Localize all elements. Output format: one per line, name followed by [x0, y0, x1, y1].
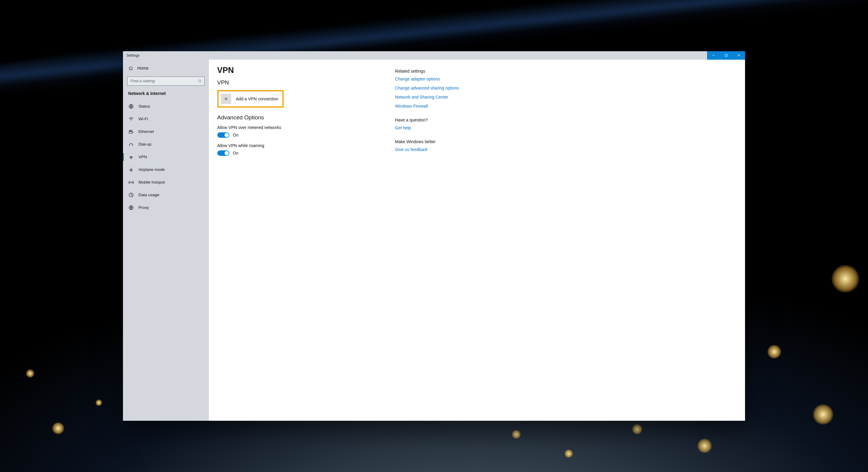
- svg-point-7: [131, 120, 131, 121]
- proxy-icon: [128, 205, 134, 210]
- sidebar-item-label: Wi-Fi: [138, 117, 148, 121]
- close-icon: [737, 54, 741, 57]
- window-body: Home Network & Internet Status Wi-Fi Eth: [123, 60, 745, 421]
- option-label: Allow VPN over metered networks: [217, 125, 374, 130]
- plus-tile: [221, 94, 231, 104]
- maximize-icon: [724, 54, 728, 57]
- feedback-title: Make Windows better: [395, 139, 467, 144]
- sidebar-item-label: Ethernet: [138, 129, 154, 134]
- main-column: VPN VPN Add a VPN connection Advanced Op…: [217, 66, 374, 418]
- ethernet-icon: [128, 129, 134, 134]
- sidebar-item-label: Mobile hotspot: [138, 180, 165, 185]
- maximize-button[interactable]: [720, 51, 733, 60]
- toggle-roaming[interactable]: On: [217, 150, 374, 156]
- vpn-icon: [128, 154, 134, 160]
- home-label: Home: [137, 66, 149, 70]
- toggle-track: [217, 150, 229, 156]
- link-network-sharing-center[interactable]: Network and Sharing Center: [395, 95, 467, 99]
- svg-line-5: [200, 82, 201, 83]
- window-title: Settings: [123, 51, 143, 60]
- sidebar-item-ethernet[interactable]: Ethernet: [123, 125, 209, 138]
- search-box[interactable]: [127, 76, 205, 86]
- link-give-feedback[interactable]: Give us feedback: [395, 147, 467, 152]
- minimize-button[interactable]: [707, 51, 720, 60]
- advanced-options-title: Advanced Options: [217, 114, 374, 121]
- link-change-adapter[interactable]: Change adapter options: [395, 76, 467, 82]
- home-button[interactable]: Home: [123, 63, 209, 73]
- aside-column: Related settings Change adapter options …: [395, 66, 467, 418]
- svg-point-4: [198, 80, 200, 82]
- plus-icon: [224, 96, 228, 101]
- toggle-knob: [224, 133, 229, 137]
- content-area: VPN VPN Add a VPN connection Advanced Op…: [209, 60, 745, 421]
- status-icon: [128, 104, 134, 109]
- sidebar-item-label: Status: [138, 104, 150, 108]
- option-roaming: Allow VPN while roaming On: [217, 143, 374, 156]
- svg-point-11: [130, 182, 131, 183]
- sidebar-item-vpn[interactable]: VPN: [123, 151, 209, 163]
- sidebar-item-dialup[interactable]: Dial-up: [123, 138, 209, 151]
- sidebar-item-label: VPN: [138, 155, 147, 159]
- sidebar-item-proxy[interactable]: Proxy: [123, 201, 209, 214]
- settings-window: Settings Home Network & Internet: [123, 51, 745, 421]
- minimize-icon: [712, 54, 715, 57]
- home-icon: [128, 66, 133, 70]
- link-advanced-sharing[interactable]: Change advanced sharing options: [395, 86, 467, 90]
- toggle-metered[interactable]: On: [217, 132, 374, 138]
- sidebar-item-hotspot[interactable]: Mobile hotspot: [123, 176, 209, 189]
- svg-rect-10: [130, 157, 132, 159]
- dialup-icon: [128, 141, 134, 147]
- sidebar-section-title: Network & Internet: [123, 89, 209, 100]
- add-vpn-highlight-frame: Add a VPN connection: [217, 90, 284, 107]
- search-icon: [198, 79, 202, 83]
- sidebar: Home Network & Internet Status Wi-Fi Eth: [123, 60, 209, 421]
- add-vpn-label: Add a VPN connection: [236, 96, 278, 101]
- hotspot-icon: [128, 180, 134, 185]
- sidebar-item-datausage[interactable]: Data usage: [123, 189, 209, 201]
- option-label: Allow VPN while roaming: [217, 143, 374, 148]
- wifi-icon: [128, 116, 134, 122]
- sidebar-item-status[interactable]: Status: [123, 100, 209, 113]
- sidebar-nav: Status Wi-Fi Ethernet Dial-up VPN: [123, 100, 209, 214]
- sidebar-item-wifi[interactable]: Wi-Fi: [123, 113, 209, 125]
- question-title: Have a question?: [395, 118, 467, 122]
- airplane-icon: [128, 167, 134, 172]
- feedback-links: Give us feedback: [395, 147, 467, 152]
- option-metered: Allow VPN over metered networks On: [217, 125, 374, 138]
- sidebar-item-label: Data usage: [138, 193, 159, 197]
- sidebar-item-airplane[interactable]: Airplane mode: [123, 163, 209, 176]
- svg-rect-1: [725, 54, 727, 56]
- sidebar-item-label: Dial-up: [138, 142, 152, 147]
- titlebar[interactable]: Settings: [123, 51, 745, 60]
- sidebar-item-label: Proxy: [138, 205, 149, 210]
- sidebar-item-label: Airplane mode: [138, 167, 165, 172]
- vpn-section-title: VPN: [217, 79, 374, 86]
- search-input[interactable]: [130, 79, 198, 83]
- close-button[interactable]: [733, 51, 745, 60]
- svg-rect-9: [130, 130, 131, 132]
- related-settings-title: Related settings: [395, 69, 467, 73]
- link-windows-firewall[interactable]: Windows Firewall: [395, 104, 467, 108]
- toggle-state: On: [233, 151, 239, 156]
- link-get-help[interactable]: Get help: [395, 125, 467, 130]
- toggle-knob: [224, 151, 229, 155]
- toggle-track: [217, 132, 229, 138]
- window-controls: [707, 51, 745, 60]
- help-links: Get help: [395, 125, 467, 130]
- add-vpn-button[interactable]: Add a VPN connection: [221, 94, 280, 104]
- toggle-state: On: [233, 133, 239, 137]
- data-usage-icon: [128, 192, 134, 198]
- related-links: Change adapter options Change advanced s…: [395, 76, 467, 108]
- page-title: VPN: [217, 66, 374, 75]
